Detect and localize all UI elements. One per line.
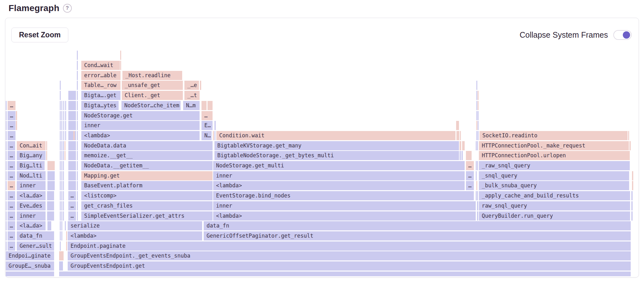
flame-frame[interactable]: BigtableKVStorage.get_many [214,141,459,150]
flame-frame[interactable]: Bigta….get [81,91,121,100]
flame-frame-sliver[interactable] [77,181,78,190]
flame-frame-sliver[interactable] [60,241,61,251]
flame-frame-sliver[interactable] [68,151,76,160]
flame-frame-sliver[interactable] [6,151,7,160]
flame-frame[interactable]: … [466,171,474,180]
flame-frame[interactable]: <la…da> [17,221,46,230]
flame-frame-sliver[interactable] [6,241,7,251]
flame-frame-sliver[interactable] [61,211,62,221]
flame-frame-sliver[interactable] [462,141,465,150]
flame-frame[interactable]: … [68,211,76,221]
flame-frame[interactable]: N… [201,131,212,140]
flame-frame-sliver[interactable] [476,161,477,170]
flame-frame-sliver[interactable] [59,272,631,276]
flame-frame-sliver[interactable] [477,141,478,150]
flame-frame[interactable]: _bulk_snuba_query [479,181,629,190]
flame-frame-sliver[interactable] [631,191,633,200]
flame-frame[interactable]: Table…_row [81,81,121,90]
flame-frame[interactable]: QueryBuilder.run_query [479,211,630,221]
flame-frame[interactable]: Client._get [122,91,183,100]
flame-frame[interactable]: … [8,131,15,140]
flame-frame-sliver[interactable] [6,231,7,240]
flame-frame[interactable]: Eve…des [17,201,46,210]
flame-frame-sliver[interactable] [77,131,78,140]
flame-frame-sliver[interactable] [456,121,459,130]
flame-frame[interactable]: Gener…sult [17,241,54,251]
flame-frame-sliver[interactable] [46,151,47,160]
flame-frame-sliver[interactable] [61,101,62,110]
flame-frame[interactable]: inner [17,181,46,190]
flame-frame-sliver[interactable] [6,272,54,276]
flame-frame-sliver[interactable] [214,121,216,130]
flame-frame-sliver[interactable] [68,121,76,130]
flame-frame[interactable]: … [8,241,15,251]
flame-frame-sliver[interactable] [61,181,62,190]
flame-frame-sliver[interactable] [61,151,62,160]
flame-frame-sliver[interactable] [476,91,477,100]
flame-frame-sliver[interactable] [478,101,479,110]
flame-frame[interactable]: BigtableNodeStorage._get_bytes_multi [214,151,459,160]
flame-frame-sliver[interactable] [63,171,64,180]
flame-frame-sliver[interactable] [6,161,7,170]
flame-frame[interactable]: Con…ait [17,141,46,150]
flame-frame-sliver[interactable] [476,131,477,140]
flame-frame-sliver[interactable] [68,141,76,150]
flame-frame-sliver[interactable] [77,121,78,130]
flame-frame[interactable]: data_fn [204,221,631,230]
flame-frame[interactable]: NodeData.data [81,141,213,150]
flame-frame-sliver[interactable] [6,141,7,150]
flame-frame-sliver[interactable] [47,221,51,230]
flame-frame[interactable]: … [201,111,213,120]
flame-frame-sliver[interactable] [63,201,64,210]
flame-frame-sliver[interactable] [60,171,61,180]
flame-frame[interactable]: … [8,101,15,110]
flame-frame[interactable]: <la…da> [17,191,46,200]
flame-frame-sliver[interactable] [460,131,461,140]
flame-frame-sliver[interactable] [65,121,66,130]
flame-frame[interactable]: NodeStorage.get_multi [213,161,465,170]
flame-frame-sliver[interactable] [63,121,64,130]
flame-frame[interactable]: … [8,111,15,120]
flame-frame[interactable]: EventStorage.bind_nodes [213,191,474,200]
flame-frame[interactable]: … [68,191,76,200]
flame-frame-sliver[interactable] [63,111,64,120]
flame-frame[interactable]: _…e [184,81,199,90]
flame-frame-sliver[interactable] [77,201,78,210]
flame-frame[interactable]: BaseEvent.platform [81,181,213,190]
flame-frame-sliver[interactable] [478,111,479,120]
flame-frame-sliver[interactable] [63,181,64,190]
flame-frame-sliver[interactable] [47,191,54,200]
flame-frame[interactable]: memoize.__get__ [81,151,213,160]
flame-frame-sliver[interactable] [478,121,479,130]
flame-frame-sliver[interactable] [73,131,75,140]
flame-frame[interactable]: … [8,161,15,170]
flame-frame[interactable]: Big…lti [17,161,45,170]
flame-frame-sliver[interactable] [77,141,78,150]
flame-frame[interactable]: raw_snql_query [479,201,630,210]
flame-frame-sliver[interactable] [478,91,479,100]
flame-frame-sliver[interactable] [61,171,62,180]
flame-frame-sliver[interactable] [120,61,121,70]
flame-frame[interactable]: GenericOffsetPaginator.get_result [204,231,631,240]
flame-frame[interactable]: GroupE…_snuba [6,261,54,271]
flame-frame-sliver[interactable] [6,191,7,200]
flame-frame-sliver[interactable] [631,211,633,221]
flame-frame[interactable]: data_fn [17,231,54,240]
flame-frame-sliver[interactable] [477,201,478,210]
flame-frame[interactable]: _snql_query [479,171,629,180]
flame-frame[interactable]: <lambda> [213,181,465,190]
flame-frame[interactable]: <lambda> [213,211,476,221]
flame-frame-sliver[interactable] [68,111,76,120]
flame-frame-sliver[interactable] [77,151,78,160]
flame-frame-sliver[interactable] [456,131,459,140]
flame-frame-sliver[interactable] [59,261,63,271]
flame-frame[interactable]: inner [17,211,46,221]
flame-frame-sliver[interactable] [61,191,62,200]
flame-frame[interactable]: _apply_cache_and_build_results [479,191,630,200]
flame-frame[interactable]: GroupEventsEndpoint.get [68,261,631,271]
flame-frame-sliver[interactable] [476,181,477,190]
flame-frame-sliver[interactable] [213,131,214,140]
flame-frame-sliver[interactable] [63,141,64,150]
flame-frame[interactable]: <lambda> [68,231,202,240]
flame-frame-sliver[interactable] [77,111,78,120]
